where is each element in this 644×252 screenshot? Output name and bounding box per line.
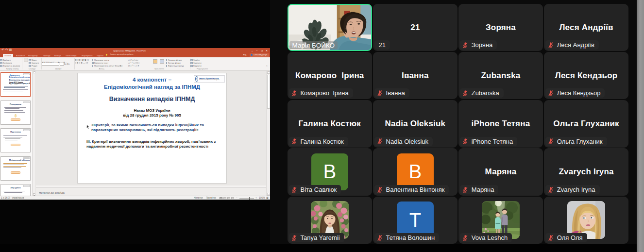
quick-styles-button[interactable] <box>158 59 165 64</box>
close-icon[interactable]: ✕ <box>264 49 269 52</box>
editor-scrollbar[interactable]: ⌃ ⌄ <box>266 71 270 196</box>
slide-thumbnail-4[interactable]: Мінімальний збір даних <box>0 156 31 181</box>
comments-button[interactable]: Примітки <box>206 197 216 199</box>
scroll-up-icon[interactable]: ⌃ <box>33 71 35 73</box>
thumb-bullet-line <box>4 112 25 113</box>
slide-sorter-view-button[interactable] <box>223 197 226 200</box>
thumb-logo-icon <box>23 185 30 187</box>
participant-name: Леся Кендзьор <box>544 71 629 81</box>
participant-tile-3[interactable]: Зоряна Зоряна <box>458 4 543 51</box>
ribbon-group-label: Буфер обміну <box>6 68 16 70</box>
zoom-out-icon[interactable]: − <box>236 197 237 199</box>
slide-thumbnail-5[interactable]: Збір даних <box>0 184 31 196</box>
restore-icon[interactable]: ◻ <box>259 49 264 52</box>
status-item: + <box>255 196 258 200</box>
normal-view-button[interactable] <box>220 197 222 200</box>
participant-tile-10[interactable]: Nadia Oleksiuk Nadia Oleksiuk <box>373 100 458 148</box>
slide-thumbnail-3[interactable]: Підготовка <box>0 128 31 152</box>
thumb-logo-icon <box>23 73 30 75</box>
participant-tile-5[interactable]: Комарово Ірина Комарово Ірина <box>288 52 373 100</box>
participant-tile-13[interactable]: В Віта Савлюк <box>288 148 373 196</box>
slide-order-line1: Наказ МОЗ України <box>78 108 226 113</box>
list-buttons[interactable]: ☰≡ ☰≡ ◧◨ ≡▾ <box>75 59 83 61</box>
ribbon-item-icon <box>166 65 167 67</box>
powerpoint-window: ↶↷⊞ профілактика ІПНМД-2014 - PowerPoint… <box>0 48 270 200</box>
spellcheck-icon[interactable]: ☑ <box>8 197 10 199</box>
share-button[interactable]: Спільний доступ <box>254 54 267 56</box>
participant-tile-17[interactable]: Tanya Yaremii <box>288 197 373 244</box>
font-style-buttons[interactable]: Ж К П S аб Г̆ — Aа — A — <box>42 62 58 64</box>
participant-label-text: iPhone Тетяна <box>472 138 513 145</box>
thumb-title: Планування <box>9 103 22 105</box>
ribbon-item[interactable]: Перетворити на об'єкт SmartArt <box>92 65 126 67</box>
participant-name-label: Зоряна <box>460 40 497 50</box>
participants-panel: Марія БОЙКО2121Зоряна ЗорянаЛеся Андріїв… <box>270 0 644 252</box>
participant-tile-9[interactable]: Галина Костюк Галина Костюк <box>288 100 373 148</box>
slide-quote-line1: «Критерії, за якими визначаються випадки… <box>91 123 204 127</box>
ribbon-item[interactable]: Ефекти для фігур <box>166 65 190 67</box>
participant-tile-1[interactable]: Марія БОЙКО <box>288 4 373 51</box>
participant-tile-11[interactable]: iPhone Тетяна iPhone Тетяна <box>458 100 543 148</box>
language-indicator[interactable]: українська <box>12 197 24 199</box>
participant-tile-4[interactable]: Леся Андріїв Леся Андріїв <box>544 4 629 51</box>
participant-name-label: Vova Leshch <box>460 233 512 242</box>
participant-tile-8[interactable]: Леся Кендзьор Леся Кендзьор <box>544 52 629 100</box>
thumb-bullet-line <box>4 192 22 193</box>
participant-tile-20[interactable]: Оля Оля <box>544 197 629 244</box>
ribbon-item-label: Копіювати <box>3 62 12 64</box>
muted-mic-icon <box>376 186 383 193</box>
ribbon-item[interactable]: Виділити <box>190 65 212 67</box>
slide-thumbnail-panel[interactable]: 4 компонент –Епідеміологічний нагляд за … <box>0 71 33 196</box>
zoom-in-icon[interactable]: + <box>255 197 257 199</box>
participant-tile-6[interactable]: Іванна Іванна <box>373 52 458 100</box>
minimize-icon[interactable]: – <box>254 49 259 52</box>
collapse-ribbon-icon[interactable]: ⌃ <box>266 65 268 68</box>
arrange-button[interactable] <box>152 59 158 64</box>
thumb-bullet-line <box>5 140 17 140</box>
ribbon-item-label: Перетворити на об'єкт SmartArt <box>94 65 122 67</box>
participant-tile-14[interactable]: В Валентина Вінтоняк <box>373 148 458 196</box>
participant-tile-16[interactable]: Zvarych Iryna Zvarych Iryna <box>544 148 629 196</box>
participant-name-label: Zubanska <box>460 88 504 98</box>
shapes-gallery[interactable]: □╲╲□○□□ △╰└◇○◱○ ◰∩╰↑↓☆▾ <box>128 59 151 67</box>
ribbon-item-icon <box>166 59 167 61</box>
current-slide[interactable]: 4 компонент – Епідеміологічний нагляд за… <box>77 73 227 184</box>
scroll-up-icon[interactable]: ⌃ <box>267 71 270 74</box>
participant-tile-15[interactable]: Маряна Маряна <box>458 148 543 196</box>
new-slide-button[interactable] <box>22 57 29 62</box>
quick-access-toolbar[interactable]: ↶↷⊞ <box>1 48 13 52</box>
reading-view-button[interactable] <box>227 197 230 200</box>
participant-tile-7[interactable]: Zubanska Zubanska <box>458 52 543 100</box>
zoom-slider[interactable] <box>239 198 254 199</box>
thumb-bullet-line <box>5 108 19 109</box>
slide-quote: «Критерії, за якими визначаються випадки… <box>91 123 213 133</box>
scrollbar-thumb[interactable] <box>267 75 270 109</box>
slide-body-line2: наданням медичної допомоги та антимікроб… <box>86 144 208 149</box>
slideshow-button[interactable] <box>231 197 234 200</box>
ribbon-options-icon[interactable]: ⌄ <box>250 49 254 52</box>
participant-name: Маряна <box>458 167 543 177</box>
slide-thumbnail-2[interactable]: Планування <box>0 101 31 125</box>
participant-tile-18[interactable]: Т Тетяна Волошин <box>373 197 458 244</box>
participant-label-text: Nadia Oleksiuk <box>386 138 428 145</box>
thumb-bullet-line <box>3 135 27 136</box>
slide-thumbnail-1[interactable]: 4 компонент –Епідеміологічний нагляд за … <box>0 72 31 97</box>
ribbon-item-label: Формат за зразком <box>3 65 20 67</box>
sign-in-button[interactable]: Вхід <box>243 54 246 56</box>
participant-name: Zvarych Iryna <box>544 167 629 177</box>
ribbon-item-label: Контур фігури <box>168 62 181 64</box>
ribbon-item-icon <box>92 59 93 61</box>
ribbon-tab-1[interactable]: Основне <box>4 55 11 57</box>
participant-tile-12[interactable]: Ольга Глуханик Ольга Глуханик <box>544 100 629 148</box>
thumb-text-line <box>4 87 25 88</box>
participant-name: Зоряна <box>458 23 543 33</box>
align-buttons[interactable]: ≡ ≣ ≡ ≣ — ≡▾ <box>75 62 83 64</box>
notes-button[interactable]: Нотатки <box>194 197 203 199</box>
zoom-slider-handle[interactable] <box>249 197 250 200</box>
participant-tile-2[interactable]: 2121 <box>373 4 458 51</box>
thumbnail-scrollbar[interactable]: ⌃ ⌄ <box>33 71 35 196</box>
fit-slide-icon[interactable]: ▣ <box>266 197 269 199</box>
thumb-action-button <box>11 118 20 121</box>
participant-tile-19[interactable]: Vova Leshch <box>458 197 543 244</box>
ribbon-item-label: Заливка фігури <box>168 59 182 61</box>
